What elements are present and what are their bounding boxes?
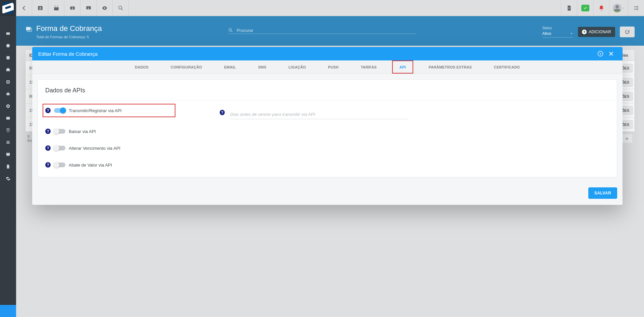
svg-rect-34 — [26, 27, 31, 30]
svg-rect-11 — [6, 141, 9, 142]
modal-help-icon[interactable]: ? — [595, 48, 606, 59]
toolbar-calendar-icon[interactable] — [48, 0, 64, 16]
svg-rect-19 — [54, 6, 59, 7]
svg-rect-9 — [6, 117, 10, 120]
svg-rect-3 — [6, 69, 10, 71]
toolbar-pdf-icon[interactable] — [561, 0, 577, 16]
toggle-label: Abate de Valor via API — [69, 163, 112, 168]
svg-text:?: ? — [599, 52, 601, 56]
search-field[interactable] — [228, 28, 416, 34]
toolbar-contact-icon[interactable] — [32, 0, 48, 16]
tab-sms[interactable]: SMS — [252, 60, 273, 74]
tab-certificado[interactable]: CERTIFICADO — [487, 60, 527, 74]
top-toolbar: $ — [16, 0, 644, 16]
toolbar-user-menu[interactable] — [609, 0, 628, 16]
toolbar-check-badge[interactable] — [577, 0, 593, 16]
sidebar-nav-item-9[interactable] — [0, 124, 16, 136]
tab-email[interactable]: EMAIL — [217, 60, 243, 74]
footer-text-1: It — [28, 134, 32, 138]
sidebar-nav-item-1[interactable] — [0, 28, 16, 40]
svg-rect-21 — [57, 5, 58, 6]
svg-rect-2 — [6, 56, 9, 59]
status-filter[interactable]: Status Ativo — [542, 26, 574, 38]
svg-point-8 — [7, 105, 9, 107]
left-sidebar — [0, 0, 16, 317]
toggle-switch[interactable] — [54, 129, 65, 134]
svg-rect-14 — [6, 153, 10, 155]
tab-dados[interactable]: DADOS — [128, 60, 155, 74]
save-button[interactable]: SALVAR — [588, 187, 617, 199]
days-before-input[interactable] — [230, 110, 408, 119]
help-icon[interactable]: ? — [45, 129, 51, 134]
page-header: Forma de Cobrança Total de Formas de Cob… — [16, 16, 644, 46]
tab-tarifas[interactable]: TARIFAS — [354, 60, 383, 74]
api-card: Dados de APIs ? Transmitir/Registrar via… — [38, 79, 617, 177]
svg-point-1 — [6, 44, 10, 48]
refresh-button[interactable] — [620, 27, 635, 37]
toolbar-list-icon[interactable] — [628, 0, 644, 16]
toggle-switch[interactable] — [54, 163, 65, 167]
toolbar-notification-icon[interactable] — [593, 0, 609, 16]
sidebar-nav-settings[interactable] — [0, 173, 16, 185]
sidebar-nav-item-6[interactable] — [0, 88, 16, 100]
tab-liga-o[interactable]: LIGAÇÃO — [282, 60, 313, 74]
toolbar-search-icon[interactable] — [113, 0, 129, 16]
svg-point-28 — [634, 6, 635, 7]
svg-rect-0 — [6, 33, 10, 35]
add-button[interactable]: + ADICIONAR — [578, 27, 615, 37]
svg-rect-31 — [635, 8, 638, 8]
svg-rect-33 — [635, 9, 638, 10]
help-icon[interactable]: ? — [45, 162, 51, 168]
toolbar-eye-icon[interactable] — [97, 0, 113, 16]
modal-header: Editar Forma de Cobrança ? — [32, 47, 623, 60]
app-logo[interactable] — [0, 0, 16, 16]
add-button-label: ADICIONAR — [589, 30, 611, 34]
toggle-row: ? Alterar Vencimento via API — [45, 145, 173, 151]
svg-point-36 — [229, 29, 232, 31]
tab-configura-o[interactable]: CONFIGURAÇÃO — [164, 60, 209, 74]
help-icon[interactable]: ? — [220, 110, 225, 115]
toggle-row: ? Transmitir/Registrar via API — [43, 104, 175, 117]
toggle-row: ? Baixar via API — [45, 129, 173, 134]
sidebar-nav-item-3[interactable] — [0, 52, 16, 64]
sidebar-nav-item-2[interactable] — [0, 40, 16, 52]
tab-par-metros-extras[interactable]: PARÂMETROS EXTRAS — [422, 60, 478, 74]
modal-close-icon[interactable] — [606, 48, 616, 59]
toolbar-money-icon[interactable]: $ — [64, 0, 80, 16]
svg-point-17 — [40, 7, 41, 8]
status-value: Ativo — [542, 31, 551, 36]
sidebar-nav-item-11[interactable] — [0, 148, 16, 161]
sidebar-nav-item-10[interactable] — [0, 136, 16, 148]
tab-push[interactable]: PUSH — [321, 60, 345, 74]
sidebar-nav-item-8[interactable] — [0, 112, 16, 124]
svg-point-32 — [634, 9, 635, 10]
sidebar-nav-item-7[interactable] — [0, 100, 16, 112]
toggle-switch[interactable] — [54, 108, 65, 113]
tab-api[interactable]: API — [392, 60, 413, 74]
help-icon[interactable]: ? — [45, 108, 51, 113]
page-title: Forma de Cobrança — [36, 24, 102, 33]
toggle-row: ? Abate de Valor via API — [45, 162, 173, 168]
toolbar-screen-icon[interactable] — [80, 0, 97, 16]
plus-icon: + — [582, 30, 587, 34]
chevron-down-icon — [570, 32, 573, 35]
back-button[interactable] — [16, 0, 32, 16]
sidebar-nav-item-12[interactable] — [0, 161, 16, 173]
svg-rect-20 — [55, 5, 55, 6]
page-subtitle: Total de Formas de Cobrança: 5 — [36, 35, 102, 39]
svg-rect-13 — [6, 143, 9, 144]
svg-rect-27 — [568, 8, 570, 8]
svg-point-26 — [119, 6, 122, 9]
sidebar-nav-item-5[interactable] — [0, 76, 16, 88]
toggle-switch[interactable] — [54, 146, 65, 150]
help-icon[interactable]: ? — [45, 145, 51, 151]
pagination-next[interactable]: » — [621, 134, 633, 143]
toggle-label: Alterar Vencimento via API — [69, 146, 120, 151]
footer-text-2: Ex — [28, 138, 32, 142]
modal-title: Editar Forma de Cobrança — [38, 51, 98, 57]
status-label: Status — [542, 26, 574, 30]
search-input[interactable] — [236, 28, 416, 33]
sidebar-nav-item-4[interactable] — [0, 64, 16, 76]
page-title-icon — [25, 24, 32, 34]
sidebar-nav-current[interactable] — [0, 305, 16, 317]
